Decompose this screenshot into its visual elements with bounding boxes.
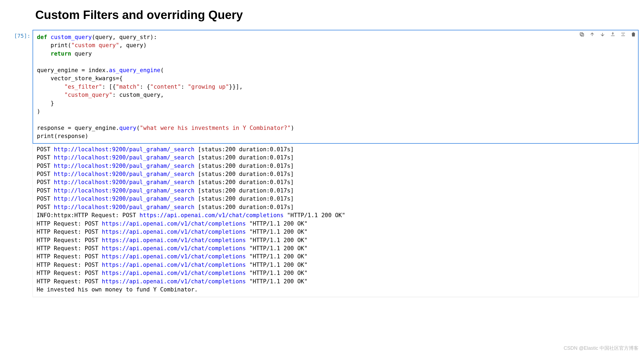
svg-rect-1: [580, 33, 583, 35]
insert-above-icon[interactable]: [610, 31, 616, 37]
code-cell: [75]: def custom_query(query, query_str)…: [5, 30, 639, 144]
down-icon[interactable]: [600, 31, 605, 37]
output-area: POST http://localhost:9200/paul_graham/_…: [33, 144, 639, 297]
output-content: POST http://localhost:9200/paul_graham/_…: [37, 145, 635, 294]
code-input-area[interactable]: def custom_query(query, query_str): prin…: [33, 30, 639, 144]
code-content[interactable]: def custom_query(query, query_str): prin…: [37, 33, 634, 140]
delete-icon[interactable]: [630, 31, 636, 37]
svg-rect-0: [581, 34, 584, 36]
section-heading: Custom Filters and overriding Query: [35, 8, 639, 22]
output-cell: POST http://localhost:9200/paul_graham/_…: [5, 144, 639, 297]
up-icon[interactable]: [589, 31, 595, 37]
cell-toolbar: [579, 31, 636, 37]
insert-below-icon[interactable]: [620, 31, 626, 37]
copy-icon[interactable]: [579, 31, 585, 37]
cell-prompt: [75]:: [5, 30, 33, 39]
